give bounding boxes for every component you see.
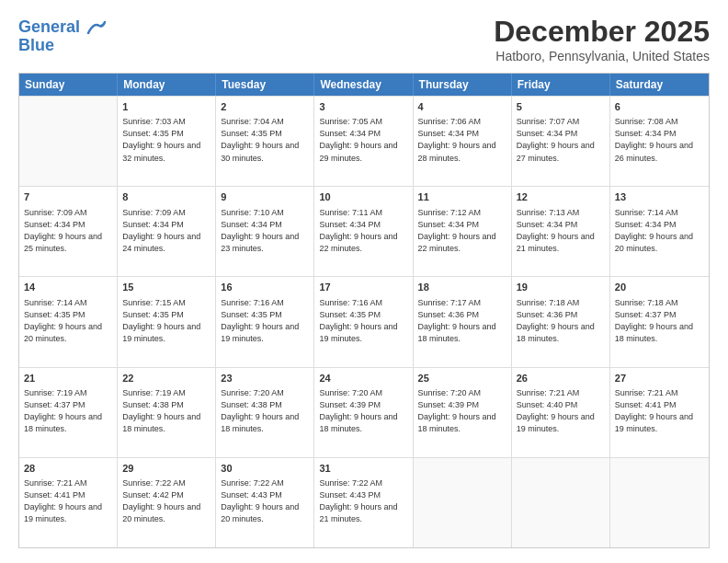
calendar-row-5: 28Sunrise: 7:21 AMSunset: 4:41 PMDayligh… [19,457,709,547]
sunrise-text: Sunrise: 7:04 AM [221,117,284,126]
cell-info: Sunrise: 7:18 AMSunset: 4:36 PMDaylight:… [517,297,605,345]
sunrise-text: Sunrise: 7:11 AM [319,208,382,217]
cell-info: Sunrise: 7:22 AMSunset: 4:42 PMDaylight:… [122,477,210,525]
day-number: 14 [24,281,112,294]
calendar-cell-14: 14Sunrise: 7:14 AMSunset: 4:35 PMDayligh… [19,277,118,366]
day-number: 8 [122,190,210,204]
cell-info: Sunrise: 7:16 AMSunset: 4:35 PMDaylight:… [221,297,309,345]
daylight-text: Daylight: 9 hours and 19 minutes. [221,322,299,343]
daylight-text: Daylight: 9 hours and 24 minutes. [122,232,200,253]
sunset-text: Sunset: 4:41 PM [24,490,85,500]
sunrise-text: Sunrise: 7:16 AM [221,298,284,307]
calendar-row-2: 7Sunrise: 7:09 AMSunset: 4:34 PMDaylight… [19,186,709,276]
cell-info: Sunrise: 7:20 AMSunset: 4:39 PMDaylight:… [319,387,407,435]
calendar-cell-15: 15Sunrise: 7:15 AMSunset: 4:35 PMDayligh… [118,277,216,366]
daylight-text: Daylight: 9 hours and 20 minutes. [221,502,299,523]
day-number: 9 [221,190,309,204]
daylight-text: Daylight: 9 hours and 19 minutes. [122,322,200,343]
sunrise-text: Sunrise: 7:14 AM [24,298,87,307]
sunrise-text: Sunrise: 7:21 AM [615,388,678,397]
sunset-text: Sunset: 4:34 PM [517,129,578,138]
logo-blue: Blue [18,37,107,55]
sunset-text: Sunset: 4:37 PM [615,310,677,319]
calendar-cell-7: 7Sunrise: 7:09 AMSunset: 4:34 PMDaylight… [19,187,118,276]
header-wednesday: Wednesday [314,74,413,96]
cell-info: Sunrise: 7:04 AMSunset: 4:35 PMDaylight:… [221,116,309,164]
day-number: 6 [615,100,704,114]
sunrise-text: Sunrise: 7:20 AM [221,388,284,397]
day-number: 2 [221,100,309,114]
sunset-text: Sunset: 4:34 PM [122,220,184,229]
cell-info: Sunrise: 7:22 AMSunset: 4:43 PMDaylight:… [221,477,309,525]
header-monday: Monday [118,74,216,96]
day-number: 26 [517,372,605,385]
daylight-text: Daylight: 9 hours and 25 minutes. [24,232,102,253]
cell-info: Sunrise: 7:19 AMSunset: 4:37 PMDaylight:… [24,387,112,435]
daylight-text: Daylight: 9 hours and 27 minutes. [517,141,595,162]
sunrise-text: Sunrise: 7:22 AM [319,478,382,488]
cell-info: Sunrise: 7:20 AMSunset: 4:39 PMDaylight:… [418,387,506,435]
sunset-text: Sunset: 4:35 PM [221,310,282,319]
sunrise-text: Sunrise: 7:16 AM [319,298,382,307]
calendar-row-4: 21Sunrise: 7:19 AMSunset: 4:37 PMDayligh… [19,367,709,457]
sunrise-text: Sunrise: 7:19 AM [122,388,186,397]
day-number: 16 [221,281,309,294]
calendar-cell-5: 5Sunrise: 7:07 AMSunset: 4:34 PMDaylight… [512,97,610,186]
main-title: December 2025 [494,15,710,49]
daylight-text: Daylight: 9 hours and 22 minutes. [418,232,496,253]
sunset-text: Sunset: 4:34 PM [24,220,85,229]
header-thursday: Thursday [414,74,512,96]
cell-info: Sunrise: 7:21 AMSunset: 4:41 PMDaylight:… [24,477,112,525]
daylight-text: Daylight: 9 hours and 26 minutes. [615,141,693,162]
calendar-header: Sunday Monday Tuesday Wednesday Thursday… [19,74,709,96]
day-number: 12 [517,190,605,204]
cell-info: Sunrise: 7:13 AMSunset: 4:34 PMDaylight:… [517,207,605,255]
calendar-cell-11: 11Sunrise: 7:12 AMSunset: 4:34 PMDayligh… [414,187,512,276]
sunrise-text: Sunrise: 7:18 AM [517,298,580,307]
cell-info: Sunrise: 7:05 AMSunset: 4:34 PMDaylight:… [319,116,407,164]
daylight-text: Daylight: 9 hours and 20 minutes. [24,322,102,343]
daylight-text: Daylight: 9 hours and 18 minutes. [615,322,693,343]
cell-info: Sunrise: 7:21 AMSunset: 4:41 PMDaylight:… [615,387,704,435]
sunset-text: Sunset: 4:34 PM [615,129,677,138]
day-number: 15 [122,281,210,294]
day-number: 10 [319,190,407,204]
day-number: 5 [517,100,605,114]
cell-info: Sunrise: 7:14 AMSunset: 4:34 PMDaylight:… [615,207,704,255]
calendar-cell-18: 18Sunrise: 7:17 AMSunset: 4:36 PMDayligh… [414,277,512,366]
calendar-cell-10: 10Sunrise: 7:11 AMSunset: 4:34 PMDayligh… [314,187,413,276]
calendar-cell-17: 17Sunrise: 7:16 AMSunset: 4:35 PMDayligh… [314,277,413,366]
sunrise-text: Sunrise: 7:05 AM [319,117,382,126]
sunrise-text: Sunrise: 7:22 AM [122,478,186,488]
day-number: 23 [221,372,309,385]
day-number: 13 [615,190,704,204]
logo: General Blue [18,18,107,55]
sunrise-text: Sunrise: 7:20 AM [319,388,382,397]
sunrise-text: Sunrise: 7:12 AM [418,208,482,217]
header-friday: Friday [512,74,610,96]
calendar-cell-21: 21Sunrise: 7:19 AMSunset: 4:37 PMDayligh… [19,368,118,457]
cell-info: Sunrise: 7:15 AMSunset: 4:35 PMDaylight:… [122,297,210,345]
day-number: 17 [319,281,407,294]
logo-text: General [18,18,107,37]
sunrise-text: Sunrise: 7:21 AM [517,388,580,397]
calendar-cell-13: 13Sunrise: 7:14 AMSunset: 4:34 PMDayligh… [610,187,709,276]
cell-info: Sunrise: 7:17 AMSunset: 4:36 PMDaylight:… [418,297,506,345]
cell-info: Sunrise: 7:07 AMSunset: 4:34 PMDaylight:… [517,116,605,164]
sunrise-text: Sunrise: 7:22 AM [221,478,284,488]
calendar-cell-empty [19,97,118,186]
daylight-text: Daylight: 9 hours and 23 minutes. [221,232,299,253]
sunset-text: Sunset: 4:34 PM [221,220,282,229]
calendar-cell-24: 24Sunrise: 7:20 AMSunset: 4:39 PMDayligh… [314,368,413,457]
sunrise-text: Sunrise: 7:09 AM [24,208,87,217]
calendar-cell-31: 31Sunrise: 7:22 AMSunset: 4:43 PMDayligh… [314,458,413,547]
calendar-cell-25: 25Sunrise: 7:20 AMSunset: 4:39 PMDayligh… [414,368,512,457]
daylight-text: Daylight: 9 hours and 30 minutes. [221,141,299,162]
cell-info: Sunrise: 7:22 AMSunset: 4:43 PMDaylight:… [319,477,407,525]
sunset-text: Sunset: 4:34 PM [319,129,381,138]
sunset-text: Sunset: 4:36 PM [517,310,578,319]
cell-info: Sunrise: 7:16 AMSunset: 4:35 PMDaylight:… [319,297,407,345]
calendar-cell-1: 1Sunrise: 7:03 AMSunset: 4:35 PMDaylight… [118,97,216,186]
daylight-text: Daylight: 9 hours and 21 minutes. [517,232,595,253]
calendar-cell-4: 4Sunrise: 7:06 AMSunset: 4:34 PMDaylight… [414,97,512,186]
